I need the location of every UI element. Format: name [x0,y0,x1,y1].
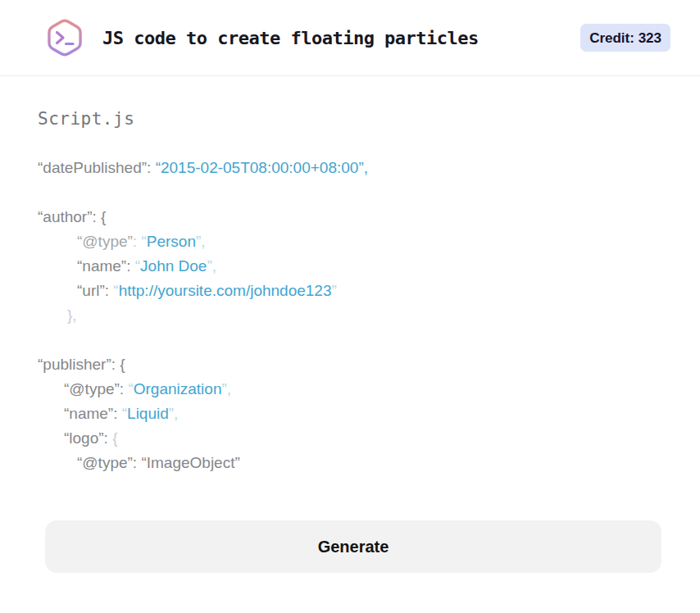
code-line: “author”: { [38,205,662,229]
code-token: “logo”: [64,429,112,447]
code-token: ” [332,282,337,299]
app-window: JS code to create floating particles Cre… [0,0,700,613]
code-token: John Doe [140,257,207,275]
code-panel: Script.js “datePublished”: “2015-02-05T0… [0,108,700,573]
terminal-prompt-hexagon-icon [45,16,84,59]
code-line: “publisher”: { [38,352,662,377]
code-line: “@type”: “Person”, [38,229,662,254]
code-token: }, [67,306,77,324]
code-line-blank [38,328,662,352]
code-line: “logo”: { [38,426,662,451]
page-title: JS code to create floating particles [102,28,479,48]
code-token: “name”: [77,257,135,275]
code-token: { [112,429,117,447]
code-token: “url”: [77,282,113,299]
code-token: Organization [134,380,222,397]
header: JS code to create floating particles Cre… [0,0,700,76]
code-token: “@type” [77,233,133,250]
code-token: ”, [207,257,216,275]
code-token: “name”: [64,405,122,422]
code-token: : [133,233,142,250]
code-line: “@type”: “Organization”, [38,377,662,402]
code-token: Liquid [127,405,169,422]
code-token: ”, [221,380,231,397]
code-token: “publisher”: { [38,356,125,373]
code-token: ”, [169,405,179,422]
credit-badge: Credit: 323 [580,24,670,52]
code-line-blank [38,180,662,205]
code-line: “@type”: “ImageObject” [38,451,662,475]
code-line: “url”: “http://yoursite.com/johndoe123” [38,279,662,303]
code-lines: “datePublished”: “2015-02-05T08:00:00+08… [38,156,662,475]
code-token: “@type”: “ImageObject” [77,454,240,471]
generate-button[interactable]: Generate [45,520,661,573]
code-line: “datePublished”: “2015-02-05T08:00:00+08… [38,156,662,180]
code-token: “datePublished”: [38,159,156,176]
code-token: Person [147,233,196,250]
code-token: “2015-02-05T08:00:00+08:00”, [156,159,368,176]
code-line: }, [38,303,662,328]
code-token: “@type”: [64,380,128,397]
code-token: http://yoursite.com/johndoe123 [119,282,332,299]
code-token: “author”: { [38,208,106,225]
code-token: ”, [196,233,206,250]
code-line: “name”: “Liquid”, [38,402,662,426]
filename-label: Script.js [38,108,662,129]
code-line: “name”: “John Doe”, [38,254,662,279]
